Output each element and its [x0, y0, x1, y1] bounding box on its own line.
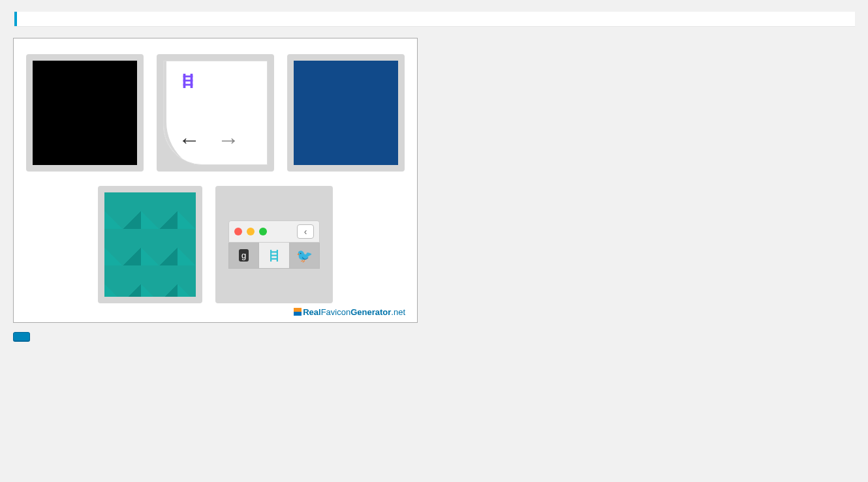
safari-back-icon: ‹ — [297, 224, 314, 239]
svg-rect-8 — [270, 254, 278, 256]
page-title — [13, 0, 855, 8]
preview-desktop: ← → — [157, 50, 274, 172]
traffic-light-max-icon — [259, 228, 267, 235]
safari-tabs: g 🐦 — [228, 243, 320, 269]
rfg-logo-icon — [294, 308, 302, 316]
safari-titlebar: ‹ — [228, 220, 320, 243]
back-arrow-icon: ← — [178, 127, 200, 153]
safari-tab-example — [259, 243, 289, 268]
preview-safari: ‹ g 🐦 — [215, 182, 333, 303]
traffic-light-min-icon — [247, 228, 255, 235]
preview-ios — [26, 50, 144, 172]
windows-grid — [294, 61, 398, 165]
traffic-light-close-icon — [234, 228, 242, 235]
rfg-link[interactable]: RealFaviconGenerator.net — [303, 307, 405, 317]
preview-panel: ← → — [13, 38, 418, 323]
svg-rect-2 — [183, 76, 193, 78]
favicon-icon — [181, 73, 195, 89]
notice-banner — [14, 12, 855, 26]
ios-grid — [33, 61, 137, 165]
safari-tab-twitter: 🐦 — [290, 243, 319, 268]
preview-android — [98, 182, 202, 303]
svg-rect-3 — [183, 80, 193, 82]
forward-arrow-icon: → — [217, 127, 240, 153]
svg-rect-4 — [183, 84, 193, 86]
preview-windows — [287, 50, 405, 172]
safari-tab-google: g — [229, 243, 259, 268]
android-grid — [104, 192, 196, 297]
favicon-icon — [268, 250, 280, 262]
svg-rect-7 — [270, 251, 278, 252]
check-favicon-button[interactable] — [13, 332, 30, 341]
svg-rect-9 — [270, 258, 278, 259]
